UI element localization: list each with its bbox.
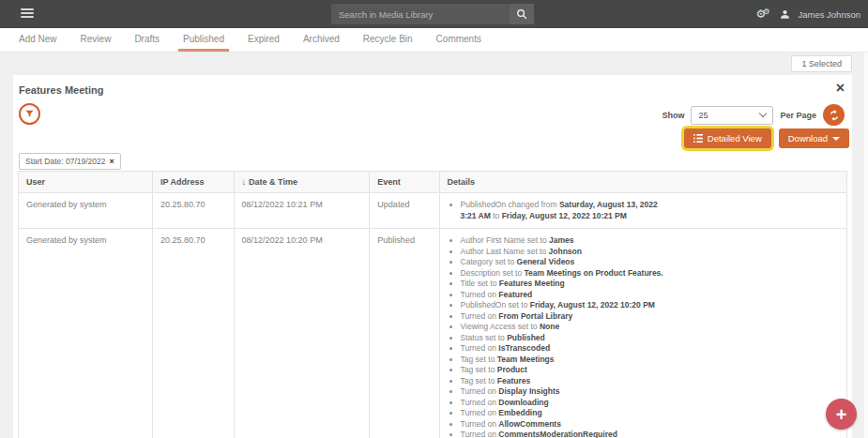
- sort-desc-icon: ↓: [242, 177, 247, 187]
- detail-item: Status set to Published: [461, 333, 667, 344]
- tab-bar: Add NewReviewDraftsPublishedExpiredArchi…: [0, 28, 868, 53]
- search-bar: [331, 4, 534, 24]
- details-cell: Author First Name set to JamesAuthor Las…: [439, 229, 846, 438]
- search-icon: [516, 8, 527, 20]
- selection-band: 1 Selected: [0, 53, 868, 75]
- detail-item: Author Last Name set to Johnson: [461, 247, 667, 258]
- ip-cell: 20.25.80.70: [153, 193, 235, 229]
- detail-item: Viewing Access set to None: [461, 322, 667, 333]
- tab-comments[interactable]: Comments: [432, 28, 486, 52]
- topbar-right: ⚙⚙ James Johnson: [756, 0, 860, 28]
- refresh-button[interactable]: [823, 104, 845, 126]
- table-row: Generated by system20.25.80.7008/12/2022…: [19, 193, 847, 229]
- tab-add-new[interactable]: Add New: [14, 28, 62, 52]
- close-icon[interactable]: ×: [836, 81, 845, 96]
- filter-chip-label: Start Date: 07/19/2022: [25, 157, 106, 166]
- pagination-controls: Show 25 Per Page: [662, 104, 845, 126]
- detail-item: Turned on Downloading: [461, 398, 667, 409]
- detail-item: PublishedOn changed from Saturday, Augus…: [461, 200, 667, 221]
- search-input[interactable]: [331, 9, 510, 20]
- detailed-view-button[interactable]: Detailed View: [684, 128, 771, 148]
- add-button[interactable]: +: [826, 399, 857, 430]
- filter-button[interactable]: [19, 103, 40, 125]
- column-header-user[interactable]: User: [19, 172, 153, 193]
- refresh-icon: [828, 109, 841, 122]
- detail-item: Turned on From Portal Library: [461, 311, 667, 323]
- detail-item: Turned on AllowComments: [461, 419, 667, 430]
- detailed-view-label: Detailed View: [708, 133, 762, 143]
- action-buttons: Detailed View Download: [684, 128, 849, 148]
- chevron-down-icon: [759, 110, 767, 117]
- download-label: Download: [788, 133, 828, 143]
- table-row: Generated by system20.25.80.7008/12/2022…: [19, 229, 847, 438]
- user-icon[interactable]: [779, 8, 791, 21]
- per-page-value: 25: [698, 111, 708, 120]
- filter-funnel-icon: [24, 109, 35, 119]
- detail-item: Category set to General Videos: [461, 257, 667, 268]
- detail-item: Tag set to Team Meetings: [461, 355, 667, 366]
- audit-log-table: UserIP Address↓Date & TimeEventDetails G…: [18, 171, 847, 438]
- column-header-date-time[interactable]: ↓Date & Time: [234, 172, 370, 193]
- page-title: Features Meeting: [19, 84, 103, 96]
- hamburger-menu-icon[interactable]: [21, 8, 34, 20]
- detail-item: Author First Name set to James: [461, 235, 667, 247]
- detail-item: Turned on Embedding: [461, 408, 667, 419]
- tab-recycle-bin[interactable]: Recycle Bin: [358, 28, 418, 52]
- detailed-view-icon: [693, 134, 703, 143]
- settings-gears-icon[interactable]: ⚙⚙: [756, 8, 773, 20]
- audit-history-panel: Features Meeting × Show 25 Per Page Deta…: [13, 75, 852, 438]
- column-header-ip-address[interactable]: IP Address: [153, 172, 235, 193]
- tab-expired[interactable]: Expired: [243, 28, 284, 52]
- column-header-details[interactable]: Details: [439, 172, 846, 193]
- download-button[interactable]: Download: [779, 128, 849, 148]
- selected-count-badge: 1 Selected: [791, 55, 852, 72]
- user-cell: Generated by system: [19, 229, 153, 438]
- tab-archived[interactable]: Archived: [298, 28, 344, 52]
- show-label: Show: [662, 111, 684, 120]
- user-name[interactable]: James Johnson: [798, 9, 860, 20]
- ip-cell: 20.25.80.70: [153, 229, 235, 438]
- topbar: ⚙⚙ James Johnson: [0, 0, 868, 28]
- table-header-row: UserIP Address↓Date & TimeEventDetails: [19, 172, 847, 193]
- event-cell: Updated: [370, 193, 439, 229]
- detail-item: Turned on Featured: [461, 290, 667, 301]
- detail-item: Turned on IsTranscoded: [461, 343, 667, 355]
- search-button[interactable]: [510, 4, 534, 24]
- detail-item: Description set to Team Meetings on Prod…: [461, 268, 667, 279]
- datetime-cell: 08/12/2022 10:20 PM: [234, 229, 370, 438]
- details-cell: PublishedOn changed from Saturday, Augus…: [439, 193, 846, 229]
- user-cell: Generated by system: [19, 193, 153, 229]
- detail-item: Tag set to Product: [461, 365, 667, 376]
- tab-review[interactable]: Review: [76, 28, 116, 52]
- scrollbar-track[interactable]: [864, 53, 868, 438]
- per-page-select[interactable]: 25: [691, 106, 773, 125]
- detail-item: Turned on Display Insights: [461, 386, 667, 398]
- per-page-label: Per Page: [780, 111, 816, 120]
- datetime-cell: 08/12/2022 10:21 PM: [234, 193, 370, 229]
- caret-down-icon: [832, 137, 840, 141]
- filter-chip-start-date[interactable]: Start Date: 07/19/2022 ×: [19, 153, 121, 170]
- column-header-event[interactable]: Event: [370, 172, 439, 193]
- detail-item: PublishedOn set to Friday, August 12, 20…: [461, 300, 667, 311]
- chip-remove-icon[interactable]: ×: [110, 158, 114, 166]
- event-cell: Published: [370, 229, 439, 438]
- detail-item: Turned on CommentsModerationRequired: [461, 430, 667, 438]
- tab-drafts[interactable]: Drafts: [129, 28, 164, 52]
- tab-published[interactable]: Published: [178, 28, 229, 52]
- detail-item: Tag set to Features: [461, 376, 667, 387]
- detail-item: Title set to Features Meeting: [461, 279, 667, 290]
